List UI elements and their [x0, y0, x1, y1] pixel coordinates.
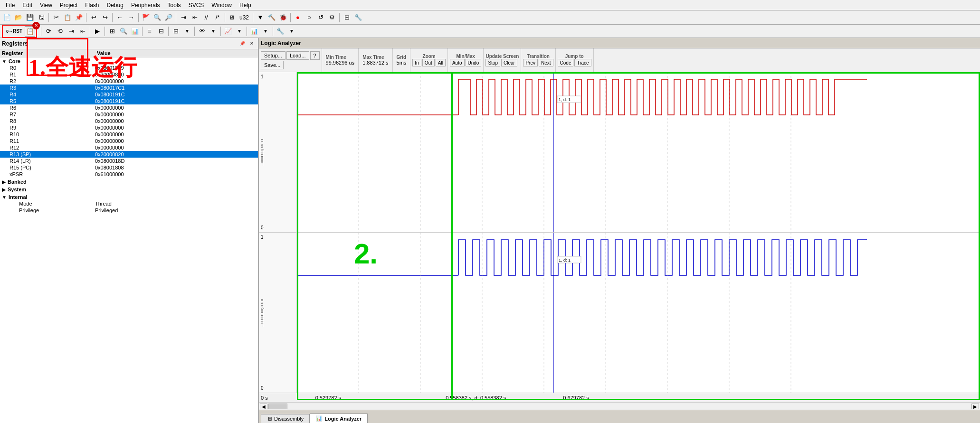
- new-file-button[interactable]: 📄: [2, 12, 12, 23]
- scroll-left-button[interactable]: ◀: [260, 404, 267, 409]
- menu-help[interactable]: Help: [236, 1, 255, 9]
- zoom-all-button[interactable]: All: [436, 59, 446, 66]
- tab-logic-analyzer[interactable]: 📊 Logic Analyzer: [310, 414, 368, 423]
- reg-row-mode[interactable]: Mode Thread: [0, 200, 258, 207]
- reg-row-r11[interactable]: R11 0x00000000: [0, 138, 258, 144]
- grid2-button[interactable]: ▼: [182, 26, 192, 37]
- outdent-button[interactable]: ⇤: [190, 12, 200, 23]
- redo-button[interactable]: ↪: [100, 12, 110, 23]
- settings-button[interactable]: ⚙: [327, 12, 337, 23]
- reg-row-privilege[interactable]: Privilege Privileged: [0, 207, 258, 214]
- reset-button2[interactable]: ↺: [315, 12, 326, 23]
- ch2-waveform-area[interactable]: 1, d: 1 2.: [297, 233, 980, 393]
- chart2-button[interactable]: ▼: [234, 26, 245, 37]
- trace-button[interactable]: 📊: [130, 26, 140, 37]
- menu-peripherals[interactable]: Peripherals: [127, 1, 164, 9]
- reg-row-r4[interactable]: R4 0x0800191C: [0, 91, 258, 98]
- debug-button[interactable]: 🐞: [278, 12, 288, 23]
- window-layout-button[interactable]: ⊞: [342, 12, 352, 23]
- search2-button[interactable]: 🔎: [163, 12, 174, 23]
- next-button[interactable]: Next: [539, 59, 553, 66]
- pin-button[interactable]: 📌: [238, 39, 247, 48]
- rst-button[interactable]: 0→RST: [4, 26, 25, 37]
- tools4-button[interactable]: ▼: [286, 26, 297, 37]
- menu-flash[interactable]: Flash: [81, 1, 103, 9]
- grid-button[interactable]: ⊞: [171, 26, 181, 37]
- reg-row-r13[interactable]: R13 (SP) 0x20000820: [0, 151, 258, 158]
- menu-window[interactable]: Window: [208, 1, 236, 9]
- reg-row-r7[interactable]: R7 0x00000000: [0, 111, 258, 118]
- reg-row-r5[interactable]: R5 0x0800191C: [0, 98, 258, 104]
- reg-row-xpsr[interactable]: xPSR 0x61000000: [0, 171, 258, 178]
- reg-row-r6[interactable]: R6 0x00000000: [0, 104, 258, 111]
- tools2-button[interactable]: 🔧: [353, 12, 363, 23]
- bookmark-button[interactable]: 🚩: [141, 12, 151, 23]
- menu-debug[interactable]: Debug: [103, 1, 127, 9]
- step-button[interactable]: ⇥: [66, 26, 76, 37]
- scroll-right-button[interactable]: ▶: [971, 404, 979, 409]
- disasm-button[interactable]: ⊟: [156, 26, 166, 37]
- stop-button[interactable]: Stop: [485, 59, 500, 66]
- close-panel-button[interactable]: ✕: [247, 39, 256, 48]
- tab-disassembly[interactable]: 🖥 Disassembly: [261, 414, 310, 423]
- trace-button[interactable]: Trace: [574, 59, 591, 66]
- la-horizontal-scrollbar[interactable]: ◀ ▶: [259, 402, 980, 410]
- reg-row-r14[interactable]: R14 (LR) 0x0800018D: [0, 158, 258, 164]
- search-button[interactable]: 🔍: [152, 12, 162, 23]
- watch-button[interactable]: 👁: [197, 26, 207, 37]
- save-button[interactable]: Save...: [261, 61, 284, 69]
- reg-row-r10[interactable]: R10 0x00000000: [0, 131, 258, 138]
- menu-project[interactable]: Project: [56, 1, 81, 9]
- step2-button[interactable]: ⇤: [77, 26, 88, 37]
- load-button[interactable]: Load...: [286, 51, 309, 60]
- save-button[interactable]: 💾: [25, 12, 35, 23]
- zoom-in-button[interactable]: In: [412, 59, 421, 66]
- stop-button[interactable]: ○: [304, 12, 314, 23]
- la2-button[interactable]: ▼: [260, 26, 271, 37]
- run-button[interactable]: ●: [293, 12, 303, 23]
- undo-button[interactable]: ↩: [88, 12, 99, 23]
- menu-view[interactable]: View: [36, 1, 56, 9]
- ch1-waveform-area[interactable]: 1, d: 1: [297, 72, 980, 232]
- copy-button[interactable]: 📋: [62, 12, 73, 23]
- menu-tools[interactable]: Tools: [164, 1, 185, 9]
- uncomment-button[interactable]: /*: [212, 12, 223, 23]
- reg-row-r8[interactable]: R8 0x00000000: [0, 118, 258, 124]
- step-out-button[interactable]: ⟲: [55, 26, 65, 37]
- clear-button[interactable]: Clear: [501, 59, 517, 66]
- close-debug-button[interactable]: ✕: [32, 22, 40, 29]
- la-button[interactable]: 📊: [249, 26, 259, 37]
- indent-button[interactable]: ⇥: [178, 12, 189, 23]
- forward-button[interactable]: →: [126, 12, 136, 23]
- menu-svcs[interactable]: SVCS: [185, 1, 208, 9]
- open-file-button[interactable]: 📂: [13, 12, 24, 23]
- save-as-button[interactable]: 🖫: [36, 12, 47, 23]
- mem-button[interactable]: ⊞: [107, 26, 117, 37]
- help-button[interactable]: ?: [310, 51, 320, 60]
- banked-group-header[interactable]: ▶ Banked: [0, 179, 258, 185]
- mem-view-button[interactable]: ≡: [144, 26, 155, 37]
- reg-row-r3[interactable]: R3 0x080017C1: [0, 85, 258, 91]
- reg-row-r15[interactable]: R15 (PC) 0x08001808: [0, 164, 258, 171]
- undo-scale-button[interactable]: Undo: [466, 59, 482, 66]
- code-button[interactable]: Code: [558, 59, 574, 66]
- build-button[interactable]: 🔨: [266, 12, 277, 23]
- step-back-button[interactable]: ⟳: [43, 26, 54, 37]
- internal-group-header[interactable]: ▼ Internal: [0, 194, 258, 200]
- paste-button[interactable]: 📌: [74, 12, 84, 23]
- menu-file[interactable]: File: [2, 1, 19, 9]
- scrollbar-thumb[interactable]: [268, 404, 287, 409]
- reg-row-r12[interactable]: R12 0x00000000: [0, 144, 258, 151]
- back-button[interactable]: ←: [114, 12, 125, 23]
- comment-button[interactable]: //: [201, 12, 211, 23]
- target-options-button[interactable]: ▼: [255, 12, 266, 23]
- auto-button[interactable]: Auto: [450, 59, 465, 66]
- run-to-button[interactable]: ▶: [92, 26, 103, 37]
- tools3-button[interactable]: 🔧: [275, 26, 285, 37]
- system-group-header[interactable]: ▶ System: [0, 186, 258, 193]
- cut-button[interactable]: ✂: [51, 12, 61, 23]
- watch2-button[interactable]: ▼: [208, 26, 219, 37]
- zoom-mem-button[interactable]: 🔍: [118, 26, 129, 37]
- zoom-out-button[interactable]: Out: [422, 59, 435, 66]
- menu-edit[interactable]: Edit: [19, 1, 36, 9]
